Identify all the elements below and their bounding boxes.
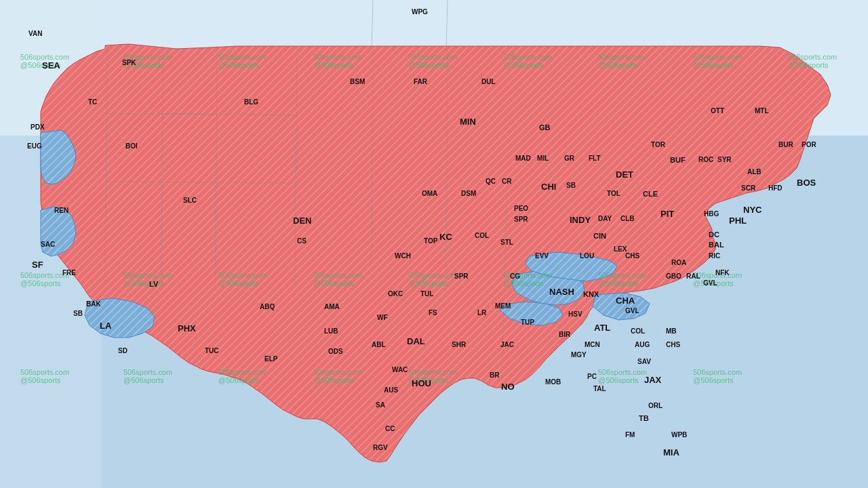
map-container: 506sports.com @506sports 506sports.com @…	[0, 0, 868, 488]
coverage-map	[0, 0, 868, 488]
